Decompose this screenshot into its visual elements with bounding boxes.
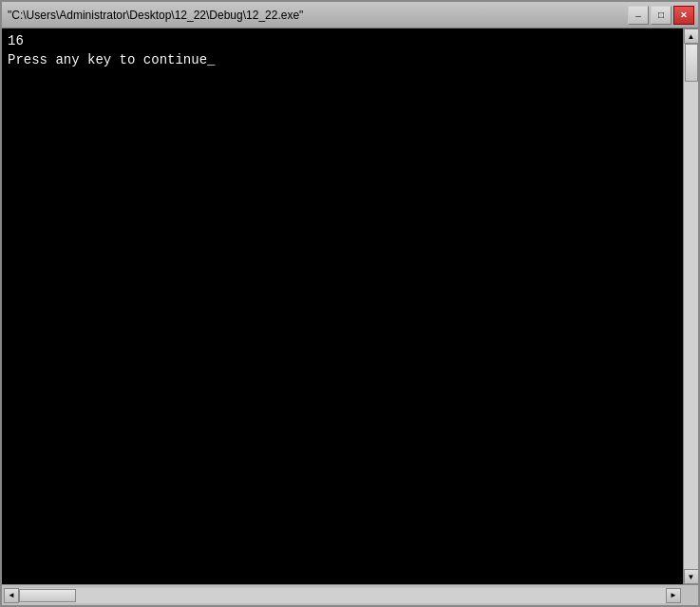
close-button[interactable] — [673, 6, 694, 25]
scroll-right-button[interactable]: ► — [666, 588, 681, 603]
minimize-button[interactable] — [628, 6, 649, 25]
scroll-thumb-x[interactable] — [19, 589, 76, 602]
scroll-up-button[interactable]: ▲ — [684, 28, 699, 44]
title-bar: "C:\Users\Administrator\Desktop\12_22\De… — [2, 2, 698, 28]
scroll-track-y[interactable] — [684, 44, 698, 569]
window-controls — [628, 6, 694, 25]
scroll-thumb-y[interactable] — [685, 44, 698, 82]
window-body: 16 Press any key to continue_ ▲ ▼ ◄ ► — [2, 28, 698, 605]
vertical-scrollbar[interactable]: ▲ ▼ — [683, 28, 698, 584]
bottom-bar: ◄ ► — [2, 584, 698, 605]
maximize-button[interactable] — [651, 6, 672, 25]
window-title: "C:\Users\Administrator\Desktop\12_22\De… — [6, 9, 303, 22]
scroll-left-button[interactable]: ◄ — [4, 588, 19, 603]
console-output[interactable]: 16 Press any key to continue_ — [2, 28, 683, 584]
output-line1: 16 — [8, 33, 24, 48]
scrollbar-corner — [683, 588, 698, 603]
main-window: "C:\Users\Administrator\Desktop\12_22\De… — [0, 0, 700, 607]
scroll-track-x[interactable] — [19, 588, 666, 603]
horizontal-scrollbar[interactable]: ◄ ► — [4, 588, 681, 603]
scroll-down-button[interactable]: ▼ — [684, 569, 699, 584]
output-line2: Press any key to continue_ — [8, 52, 215, 67]
console-area: 16 Press any key to continue_ ▲ ▼ — [2, 28, 698, 584]
